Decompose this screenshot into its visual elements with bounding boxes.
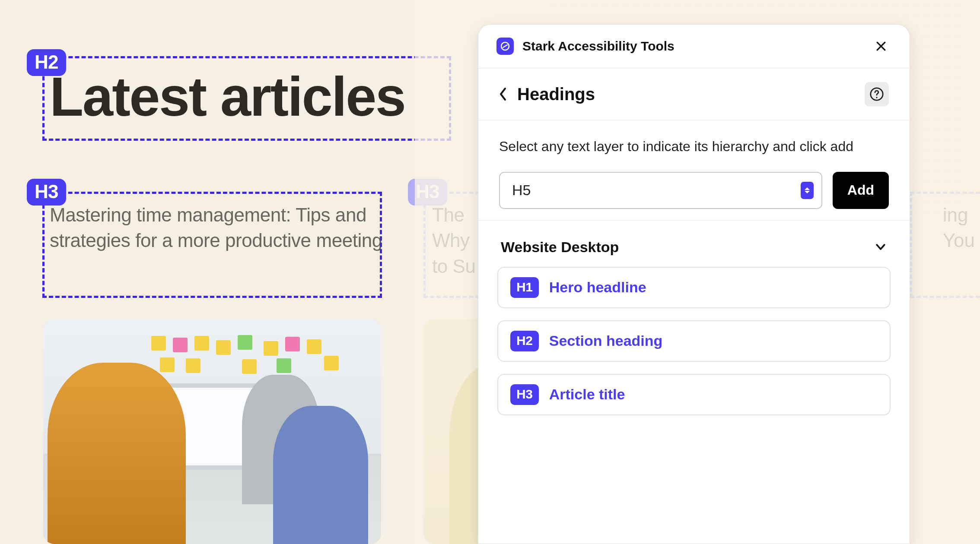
heading-item[interactable]: H2 Section heading <box>497 320 891 362</box>
panel-body: Select any text layer to indicate its hi… <box>478 120 910 221</box>
heading-item-label: Article title <box>549 386 625 403</box>
heading-item[interactable]: H1 Hero headline <box>497 267 891 308</box>
panel-header: Stark Accessibility Tools <box>478 25 910 68</box>
select-stepper-icon <box>801 182 814 199</box>
heading-item-label: Hero headline <box>549 279 646 296</box>
help-button[interactable] <box>865 82 889 106</box>
heading-level-badge: H3 <box>510 384 539 405</box>
heading-level-badge: H2 <box>510 331 539 351</box>
heading-item-label: Section heading <box>549 332 663 349</box>
add-button[interactable]: Add <box>833 172 889 209</box>
back-button[interactable] <box>496 88 509 101</box>
heading-level-select[interactable]: H5 <box>499 172 822 209</box>
group-title: Website Desktop <box>501 239 619 256</box>
close-button[interactable] <box>873 38 889 54</box>
select-value: H5 <box>512 182 801 199</box>
h3-tag-badge-left: H3 <box>27 179 66 206</box>
h3-annotation-outline-left <box>42 192 382 298</box>
chevron-down-icon <box>874 240 887 253</box>
stark-panel: Stark Accessibility Tools Headings Selec… <box>478 24 910 544</box>
h2-annotation-outline <box>42 56 451 141</box>
h2-tag-badge: H2 <box>27 49 66 76</box>
article-image-left <box>43 319 381 544</box>
panel-subheader: Headings <box>478 68 910 120</box>
section-title: Headings <box>517 85 857 104</box>
app-title: Stark Accessibility Tools <box>522 39 865 54</box>
svg-point-2 <box>876 97 877 98</box>
instruction-text: Select any text layer to indicate its hi… <box>499 137 889 156</box>
heading-level-badge: H1 <box>510 277 539 298</box>
stark-logo-icon <box>496 38 514 55</box>
headings-list: Website Desktop H1 Hero headline H2 Sect… <box>478 221 910 441</box>
heading-item[interactable]: H3 Article title <box>497 374 891 415</box>
group-toggle[interactable]: Website Desktop <box>497 234 891 267</box>
